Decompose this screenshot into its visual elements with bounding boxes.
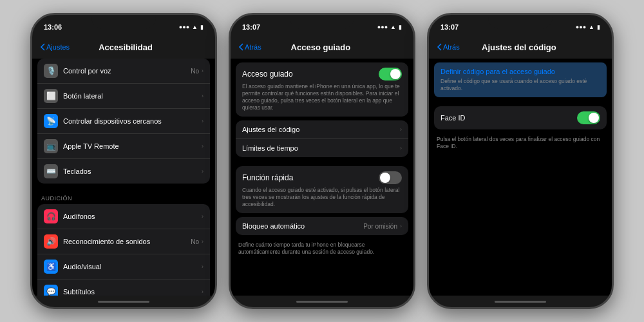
- chevron-icon: ›: [202, 143, 204, 149]
- controlar-icon: 📡: [44, 114, 58, 128]
- chevron-icon: ›: [202, 118, 204, 124]
- phone3: 13:07 ●●● ▲ ▮ Atrás Ajustes del código D…: [427, 13, 614, 309]
- list-item[interactable]: 🎙️ Control por voz No ›: [37, 59, 210, 84]
- signal-icon: ●●●: [377, 24, 388, 30]
- face-id-desc: Pulsa el botón lateral dos veces para fi…: [437, 136, 604, 150]
- nav-title-1: Accesibilidad: [44, 43, 207, 52]
- define-codigo-desc: Define el código que se usará cuando el …: [440, 78, 600, 92]
- nav-title-3: Ajustes del código: [434, 43, 604, 52]
- wifi-icon: ▲: [390, 24, 396, 30]
- notch1: [91, 15, 156, 29]
- define-codigo-title[interactable]: Definir código para el acceso guiado: [440, 68, 600, 75]
- face-id-group: Face ID: [434, 106, 607, 129]
- chevron-icon: ›: [202, 68, 204, 74]
- time-3: 13:07: [440, 23, 459, 31]
- home-indicator-3: [429, 296, 612, 307]
- list-item[interactable]: 📡 Controlar dispositivos cercanos ›: [37, 109, 210, 134]
- acceso-guiado-desc: El acceso guiado mantiene el iPhone en u…: [242, 83, 402, 111]
- nav-bar-1: Ajustes Accesibilidad: [32, 35, 215, 59]
- list-item[interactable]: ⬜ Botón lateral ›: [37, 84, 210, 109]
- phone2: 13:07 ●●● ▲ ▮ Atrás Acceso guiado Acceso…: [229, 13, 415, 309]
- battery-icon: ▮: [200, 24, 204, 30]
- settings-list-1: 🎙️ Control por voz No › ⬜ Botón lateral …: [32, 59, 215, 296]
- wifi-icon: ▲: [192, 24, 198, 30]
- battery-icon: ▮: [399, 24, 402, 30]
- screen-1: 🎙️ Control por voz No › ⬜ Botón lateral …: [32, 59, 215, 296]
- define-codigo-section: Definir código para el acceso guiado Def…: [434, 62, 607, 97]
- time-1: 13:06: [44, 23, 62, 31]
- notch2: [290, 15, 354, 29]
- screen-3: Definir código para el acceso guiado Def…: [429, 59, 612, 296]
- ajustes-codigo-link[interactable]: Ajustes del código ›: [236, 120, 408, 139]
- list-item[interactable]: 📺 Apple TV Remote ›: [37, 134, 210, 159]
- signal-icon: ●●●: [576, 24, 586, 30]
- face-id-toggle[interactable]: [577, 111, 600, 124]
- funcion-rapida-label: Función rápida: [242, 173, 293, 182]
- list-item[interactable]: 💬 Subtítulos ›: [37, 279, 210, 296]
- group-links: Ajustes del código › Límites de tiempo ›: [236, 120, 408, 157]
- acceso-guiado-card: Acceso guiado El acceso guiado mantiene …: [236, 62, 408, 117]
- notch3: [488, 15, 553, 29]
- bloqueo-desc: Define cuánto tiempo tarda tu iPhone en …: [236, 240, 408, 257]
- face-id-item: Face ID: [434, 106, 607, 129]
- phone1: 13:06 ●●● ▲ ▮ Ajustes Accesibilidad 🎙️ C…: [30, 13, 217, 309]
- funcion-rapida-toggle[interactable]: [379, 171, 402, 184]
- appletv-icon: 📺: [44, 139, 58, 153]
- chevron-icon: ›: [202, 289, 204, 295]
- home-indicator-1: [32, 296, 215, 307]
- nav-bar-2: Atrás Acceso guiado: [231, 35, 413, 59]
- control-voz-icon: 🎙️: [44, 64, 58, 78]
- chevron-icon: ›: [400, 223, 402, 229]
- list-item[interactable]: 🔊 Reconocimiento de sonidos No ›: [37, 229, 210, 254]
- list-item[interactable]: ⌨️ Teclados ›: [37, 159, 210, 184]
- chevron-icon: ›: [202, 238, 204, 245]
- status-icons-2: ●●● ▲ ▮: [377, 24, 402, 30]
- list-item[interactable]: 🎧 Audífonos ›: [37, 204, 210, 229]
- acceso-guiado-toggle[interactable]: [379, 68, 402, 80]
- funcion-rapida-desc: Cuando el acceso guiado esté activado, s…: [242, 187, 402, 208]
- subtitulos-icon: 💬: [44, 285, 58, 296]
- signal-icon: ●●●: [179, 24, 189, 30]
- group-1: 🎙️ Control por voz No › ⬜ Botón lateral …: [37, 59, 210, 184]
- home-indicator-2: [231, 296, 413, 307]
- chevron-icon: ›: [202, 168, 204, 175]
- chevron-icon: ›: [202, 93, 204, 99]
- nav-title-2: Acceso guiado: [236, 43, 406, 52]
- limites-tiempo-link[interactable]: Límites de tiempo ›: [236, 139, 408, 157]
- face-id-label: Face ID: [440, 114, 577, 122]
- audifonos-icon: 🎧: [44, 209, 58, 223]
- nav-bar-3: Atrás Ajustes del código: [429, 35, 612, 59]
- chevron-icon: ›: [400, 145, 402, 151]
- time-2: 13:07: [242, 23, 260, 31]
- group-bloqueo: Bloqueo automático Por omisión ›: [236, 217, 408, 235]
- audiovisual-icon: ♿: [44, 260, 58, 274]
- acceso-guiado-label: Acceso guiado: [242, 70, 293, 79]
- chevron-icon: ›: [400, 126, 402, 133]
- battery-icon: ▮: [597, 24, 600, 30]
- status-icons-3: ●●● ▲ ▮: [576, 24, 600, 30]
- teclados-icon: ⌨️: [44, 164, 58, 178]
- group-2: 🎧 Audífonos › 🔊 Reconocimiento de sonido…: [37, 204, 210, 296]
- wifi-icon: ▲: [589, 24, 594, 30]
- chevron-icon: ›: [202, 263, 204, 270]
- chevron-icon: ›: [202, 213, 204, 220]
- bloqueo-automatico-link[interactable]: Bloqueo automático Por omisión ›: [236, 217, 408, 235]
- screen-2: Acceso guiado El acceso guiado mantiene …: [231, 59, 413, 296]
- sonidos-icon: 🔊: [44, 234, 58, 249]
- status-icons-1: ●●● ▲ ▮: [179, 24, 204, 30]
- list-item[interactable]: ♿ Audio/visual ›: [37, 254, 210, 279]
- section-label-audicion: AUDICIÓN: [32, 189, 215, 204]
- funcion-rapida-card: Función rápida Cuando el acceso guiado e…: [236, 166, 408, 213]
- boton-lateral-icon: ⬜: [44, 89, 58, 103]
